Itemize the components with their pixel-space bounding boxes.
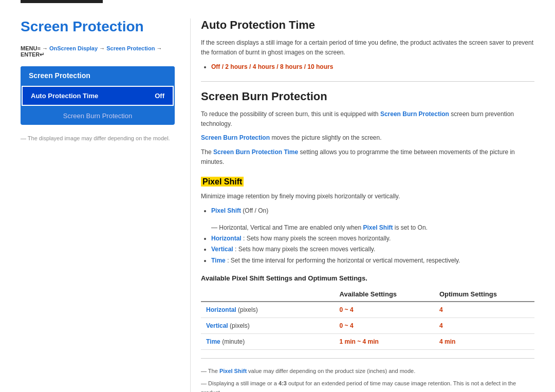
row2-label-text: Vertical [206,322,228,329]
bullet2-label: Horizontal [211,235,242,242]
menu-path: MENU≡ → OnScreen Display → Screen Protec… [21,45,175,58]
bullet-vertical: Vertical : Sets how many pixels the scre… [211,244,534,255]
row2-available: 0 ~ 4 [335,318,434,334]
footnote2-bold: 4:3 [279,380,287,386]
bullet-horizontal: Horizontal : Sets how many pixels the sc… [211,233,534,245]
bullet1-label: Pixel Shift [211,207,241,214]
desc2-link: Screen Burn Protection [201,134,270,141]
row2-optimum: 4 [434,318,534,334]
desc3-link: Screen Burn Protection Time [213,148,298,156]
pixel-shift-bullets: Pixel Shift (Off / On) [211,206,534,217]
arrow2: → [99,45,106,51]
sub-note-text: Horizontal, Vertical and Time are enable… [219,224,363,231]
table-col-available: Available Settings [335,287,434,302]
table-row: Time (minute) 1 min ~ 4 min 4 min [201,334,534,350]
desc1-link: Screen Burn Protection [380,110,449,118]
nav-onscreen-display[interactable]: OnScreen Display [49,45,98,51]
sub-note: Horizontal, Vertical and Time are enable… [211,224,534,231]
bullet-time: Time : Set the time interval for perform… [211,255,534,267]
pixel-shift-title: Pixel Shift [201,177,534,186]
footnote2: Displaying a still image or a 4:3 output… [201,379,534,392]
bullet3-label: Vertical [211,246,233,253]
desc2-end: moves the picture slightly on the screen… [271,134,381,141]
row1-label: Horizontal (pixels) [201,302,335,318]
table-section: Available Pixel Shift Settings and Optim… [201,274,534,350]
menu-item-screen-burn[interactable]: Screen Burn Protection [21,107,175,125]
footnote1-pixel-shift: Pixel Shift [219,368,247,374]
section2-desc2: Screen Burn Protection moves the picture… [201,133,534,143]
menu-item-label2: Screen Burn Protection [63,112,132,120]
desc1-text: To reduce the possibility of screen burn… [201,110,379,118]
arrow1: → [42,45,49,51]
table-row: Vertical (pixels) 0 ~ 4 4 [201,318,534,334]
footnote1: The Pixel Shift value may differ dependi… [201,367,534,376]
section1-options-text: Off / 2 hours / 4 hours / 8 hours / 10 h… [211,63,333,70]
menu-icon: ≡ [37,45,40,51]
bullet2-text: : Sets how many pixels the screen moves … [243,235,391,242]
pixel-shift-desc: Minimize image retention by finely movin… [201,192,534,201]
row3-label-text: Time [206,338,220,345]
pixel-shift-bullets2: Horizontal : Sets how many pixels the sc… [211,233,534,267]
section1-desc: If the screen displays a still image for… [201,38,534,58]
bullet4-label: Time [211,257,226,264]
enter-icon: ↵ [40,51,44,58]
left-panel: Screen Protection MENU≡ → OnScreen Displ… [21,18,175,392]
divider2 [201,358,534,359]
bullet-pixel-shift: Pixel Shift (Off / On) [211,206,534,217]
table-row: Horizontal (pixels) 0 ~ 4 4 [201,302,534,318]
pixel-shift-section: Pixel Shift Minimize image retention by … [201,177,534,267]
row3-available: 1 min ~ 4 min [335,334,434,350]
menu-item-auto-protection[interactable]: Auto Protection Time Off [22,86,174,106]
table-title: Available Pixel Shift Settings and Optim… [201,274,534,282]
section1-title: Auto Protection Time [201,18,534,32]
nav-screen-protection[interactable]: Screen Protection [106,45,155,51]
bullet4-text: : Set the time interval for performing t… [227,257,460,264]
table-col-name [201,287,335,302]
row3-suffix: (minute) [222,338,245,345]
sub-note-link: Pixel Shift [363,224,393,231]
disclaimer: The displayed image may differ depending… [21,135,175,141]
settings-table: Available Settings Optimum Settings Hori… [201,287,534,350]
menu-box: Screen Protection Auto Protection Time O… [21,66,175,125]
row1-suffix: (pixels) [238,306,258,313]
divider1 [201,81,534,82]
section1-options: Off / 2 hours / 4 hours / 8 hours / 10 h… [211,62,534,73]
table-col-optimum: Optimum Settings [434,287,534,302]
desc3-start: The [201,148,213,156]
row1-label-text: Horizontal [206,306,236,313]
menu-box-header: Screen Protection [21,66,175,85]
sub-note-end: is set to On. [393,224,428,231]
row1-optimum: 4 [434,302,534,318]
row1-available: 0 ~ 4 [335,302,434,318]
menu-label: MENU [21,45,37,51]
footnotes: The Pixel Shift value may differ dependi… [201,367,534,392]
section2-title: Screen Burn Protection [201,90,534,103]
right-panel: Auto Protection Time If the screen displ… [190,18,534,392]
page-title: Screen Protection [21,18,175,35]
row3-optimum: 4 min [434,334,534,350]
row3-label: Time (minute) [201,334,335,350]
section2-desc1: To reduce the possibility of screen burn… [201,109,534,129]
section2-desc3: The Screen Burn Protection Time setting … [201,147,534,167]
menu-item-value: Off [155,92,164,100]
section-screen-burn: Screen Burn Protection To reduce the pos… [201,90,534,392]
section-auto-protection: Auto Protection Time If the screen displ… [201,18,534,73]
pixel-shift-title-text: Pixel Shift [201,177,244,186]
row2-label: Vertical (pixels) [201,318,335,334]
bullet1-text: (Off / On) [243,207,268,214]
menu-item-label: Auto Protection Time [31,92,98,100]
row2-suffix: (pixels) [230,322,250,329]
bullet3-text: : Sets how many pixels the screen moves … [235,246,375,253]
